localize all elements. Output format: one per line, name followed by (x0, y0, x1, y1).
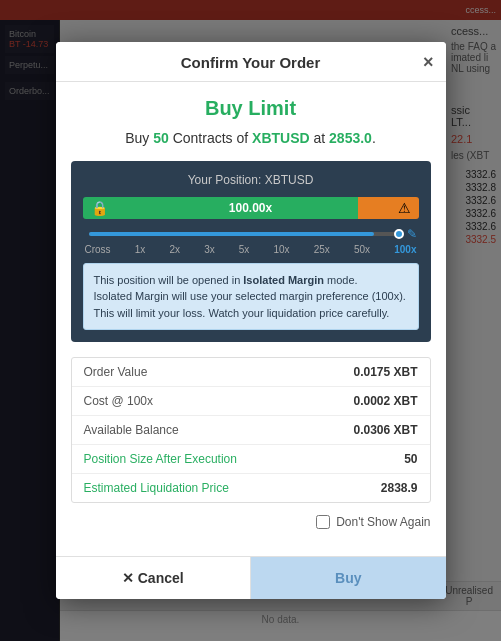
order-desc-prefix: Buy (125, 130, 153, 146)
order-suffix: . (372, 130, 376, 146)
available-balance-row: Available Balance 0.0306 XBT (72, 416, 430, 445)
confirm-order-modal: Confirm Your Order × Buy Limit Buy 50 Co… (56, 42, 446, 600)
slider-fill (89, 232, 374, 236)
order-description: Buy 50 Contracts of XBTUSD at 2853.0. (71, 130, 431, 146)
cost-value: 0.0002 XBT (353, 394, 417, 408)
cancel-button[interactable]: ✕ Cancel (56, 557, 252, 599)
leverage-label-2x: 2x (169, 244, 180, 255)
leverage-labels: Cross 1x 2x 3x 5x 10x 25x 50x 100x (83, 244, 419, 255)
order-price: 2853.0 (329, 130, 372, 146)
lock-icon: 🔒 (91, 200, 108, 216)
position-size-label: Position Size After Execution (84, 452, 237, 466)
leverage-label-50x: 50x (354, 244, 370, 255)
order-type: Buy Limit (71, 97, 431, 120)
leverage-label-10x: 10x (274, 244, 290, 255)
position-panel: Your Position: XBTUSD 🔒 ⚠ 100.00x (71, 161, 431, 343)
position-size-row: Position Size After Execution 50 (72, 445, 430, 474)
leverage-label-1x: 1x (135, 244, 146, 255)
position-size-value: 50 (404, 452, 417, 466)
leverage-bar-container: 🔒 ⚠ 100.00x (83, 197, 419, 219)
dont-show-row: Don't Show Again (71, 515, 431, 529)
leverage-label-100x: 100x (394, 244, 416, 255)
liq-price-label: Estimated Liquidation Price (84, 481, 229, 495)
available-balance-value: 0.0306 XBT (353, 423, 417, 437)
cost-label: Cost @ 100x (84, 394, 154, 408)
leverage-label-cross: Cross (85, 244, 111, 255)
modal-title: Confirm Your Order (181, 54, 320, 71)
order-value-value: 0.0175 XBT (353, 365, 417, 379)
buy-button[interactable]: Buy (251, 557, 446, 599)
modal-header: Confirm Your Order × (56, 42, 446, 82)
dont-show-label: Don't Show Again (336, 515, 430, 529)
dont-show-checkbox[interactable] (316, 515, 330, 529)
isolated-notice: This position will be opened in Isolated… (83, 263, 419, 331)
edit-icon[interactable]: ✎ (407, 227, 417, 241)
modal-overlay: Confirm Your Order × Buy Limit Buy 50 Co… (0, 0, 501, 641)
leverage-value: 100.00x (229, 201, 272, 215)
order-middle: Contracts of (169, 130, 252, 146)
slider-thumb (394, 229, 404, 239)
modal-footer: ✕ Cancel Buy (56, 556, 446, 599)
available-balance-label: Available Balance (84, 423, 179, 437)
leverage-label-3x: 3x (204, 244, 215, 255)
leverage-bar: 🔒 ⚠ 100.00x (83, 197, 419, 219)
leverage-bar-green: 🔒 (83, 197, 359, 219)
order-value-label: Order Value (84, 365, 148, 379)
order-contracts: 50 (153, 130, 169, 146)
liq-price-row: Estimated Liquidation Price 2838.9 (72, 474, 430, 502)
liq-price-value: 2838.9 (381, 481, 418, 495)
order-symbol: XBTUSD (252, 130, 310, 146)
cost-row: Cost @ 100x 0.0002 XBT (72, 387, 430, 416)
modal-body: Buy Limit Buy 50 Contracts of XBTUSD at … (56, 82, 446, 557)
order-details-table: Order Value 0.0175 XBT Cost @ 100x 0.000… (71, 357, 431, 503)
order-value-row: Order Value 0.0175 XBT (72, 358, 430, 387)
leverage-label-5x: 5x (239, 244, 250, 255)
leverage-bar-orange: ⚠ (358, 197, 418, 219)
close-button[interactable]: × (423, 52, 434, 73)
warning-icon: ⚠ (398, 200, 411, 216)
leverage-slider-row[interactable]: ✎ (83, 227, 419, 241)
order-at: at (310, 130, 329, 146)
position-title: Your Position: XBTUSD (83, 173, 419, 187)
leverage-label-25x: 25x (314, 244, 330, 255)
leverage-slider-line (89, 232, 399, 236)
